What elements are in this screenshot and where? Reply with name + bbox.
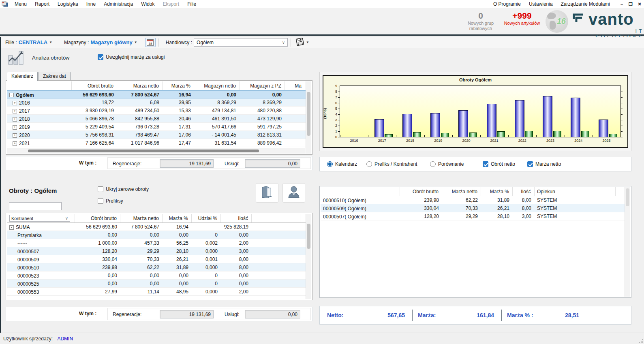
column-header[interactable]: Marża % <box>481 187 513 196</box>
menu-item-zarz-dzanie-modu-ami[interactable]: Zarządzanie Modułami <box>557 1 614 7</box>
combo-chevron-icon[interactable]: ∨ <box>282 40 285 45</box>
expand-icon[interactable]: + <box>13 133 17 138</box>
radio-prefiks-kontrahent[interactable]: Prefiks / Kontrahent <box>366 161 417 167</box>
table-row[interactable]: +20173 930 029,19489 734,5015,33479 134,… <box>7 107 311 115</box>
menu-item-o-programie[interactable]: O Programie <box>489 1 525 7</box>
services-margin-checkbox[interactable]: Uwzględnij marżę za usługi <box>98 54 165 60</box>
column-header[interactable] <box>583 187 616 196</box>
column-header[interactable]: Marża netto <box>117 81 163 90</box>
resize-grip[interactable] <box>639 339 643 343</box>
column-header[interactable]: Ilość <box>513 187 535 196</box>
collapse-icon[interactable]: - <box>9 225 14 230</box>
obrot-netto-checkbox[interactable]: Obrót netto <box>483 161 515 167</box>
column-header[interactable]: Marża netto <box>120 214 163 222</box>
menu-item-eksport[interactable]: Eksport <box>159 1 184 7</box>
column-header[interactable]: Marża netto <box>442 187 481 196</box>
admin-link[interactable]: ADMIN <box>57 336 73 342</box>
table-row[interactable]: +20217 166 625,641 017 846,9617,4731 631… <box>7 139 311 147</box>
expand-icon[interactable]: + <box>13 125 17 130</box>
menu-item-ustawienia[interactable]: Ustawienia <box>525 1 557 7</box>
new-articles-stat[interactable]: +999 Nowych artykułów <box>502 11 542 26</box>
table-row[interactable]: +201618,726,0839,958 369,298 369,29 <box>7 98 311 107</box>
collapse-icon[interactable]: - <box>9 93 14 97</box>
row-label-cell: ------ <box>7 239 75 247</box>
column-header[interactable]: Udział % <box>192 214 221 222</box>
calendar-table-vscrollbar[interactable] <box>306 81 311 154</box>
table-row[interactable]: +20205 756 698,31798 469,4717,06- 14 001… <box>7 131 311 139</box>
column-header[interactable]: Ma <box>285 81 305 90</box>
menu-item-raport[interactable]: Raport <box>31 1 53 7</box>
table-cell: 0,00 <box>163 231 192 239</box>
table-row[interactable]: -Ogółem56 629 693,607 800 524,6716,940,0… <box>7 90 311 98</box>
folder-button[interactable] <box>256 183 278 203</box>
menu-item-menu[interactable]: Menu <box>11 1 31 7</box>
table-row[interactable]: +20185 066 896,78842 955,8820,46461 391,… <box>7 115 311 123</box>
tab-kalendarz[interactable]: Kalendarz <box>7 72 38 81</box>
table-row[interactable]: 00000510239,9862,2231,890,0008,00 <box>7 263 311 271</box>
column-header[interactable] <box>7 81 72 90</box>
radio-kalendarz[interactable]: Kalendarz <box>327 161 357 167</box>
save-button[interactable]: ▼ <box>294 37 312 47</box>
table-row[interactable]: 00000509330,0470,3326,210,0018,00 <box>7 255 311 263</box>
magazyny-caret-icon[interactable]: ▼ <box>134 41 137 44</box>
regeneracje-input[interactable]: 19 131,69 <box>160 159 214 168</box>
window-minimize-button[interactable]: – <box>617 0 626 8</box>
calendar-table-hscrollbar[interactable] <box>7 148 305 154</box>
column-header[interactable]: Kontrahent∨ <box>7 214 75 222</box>
column-header[interactable] <box>321 187 400 196</box>
table-cell: 31,89 <box>163 263 192 271</box>
tab-zakres-dat[interactable]: Zakres dat <box>39 72 71 81</box>
window-restore-button[interactable]: ❐ <box>626 0 635 8</box>
table-cell: 0 <box>192 271 221 279</box>
table-row[interactable]: Przymiarka0,000,000,0000,00 <box>7 231 311 239</box>
menu-item-filie[interactable]: Filie <box>183 1 200 7</box>
filie-dropdown[interactable]: CENTRALA <box>19 39 48 45</box>
regeneracje-input-bottom[interactable]: 19 131,69 <box>160 310 214 318</box>
table-row[interactable]: 0000055327,9911,1448,950,0002,00 <box>7 288 311 296</box>
radio-porownanie[interactable]: Porównanie <box>430 161 464 167</box>
table-row[interactable]: -SUMA56 629 693,607 800 524,6716,94925 8… <box>7 223 311 231</box>
table-row[interactable]: 000005230,000,000,0000,00 <box>7 271 311 280</box>
table-row[interactable]: 00000507128,2029,2928,100,0003,00 <box>7 247 311 255</box>
expand-icon[interactable]: + <box>13 117 17 122</box>
table-row[interactable]: ------1 000,00457,3356,250,0022,00 <box>7 239 311 247</box>
obroty-filter-input[interactable] <box>9 202 62 210</box>
column-header[interactable]: Obrót brutto <box>75 214 120 222</box>
column-header[interactable] <box>252 214 300 222</box>
calendar-button[interactable]: 18 <box>145 38 156 47</box>
save-caret-icon[interactable]: ▼ <box>306 41 309 44</box>
filie-caret-icon[interactable]: ▼ <box>49 41 52 44</box>
detail-table-vscrollbar[interactable] <box>625 187 630 297</box>
window-close-button[interactable]: ✕ <box>635 0 644 8</box>
handlowcy-combobox[interactable]: Ogółem ∨ <box>194 38 288 47</box>
menu-item-widok[interactable]: Widok <box>137 1 158 7</box>
table-row[interactable]: 00000507( Ogółem)128,2029,2928,103,00SYS… <box>321 212 630 220</box>
table-row[interactable]: 000005250,000,000,0000,00 <box>7 280 311 288</box>
column-header[interactable]: Marża % <box>163 214 192 222</box>
column-header[interactable]: Marża % <box>163 81 194 90</box>
table-row[interactable]: 00000510( Ogółem)239,9862,2231,898,00SYS… <box>321 196 630 204</box>
column-header[interactable]: Ilość <box>221 214 252 222</box>
contractor-button[interactable] <box>282 183 305 203</box>
menu-item-logistyka[interactable]: Logistyka <box>53 1 82 7</box>
magazyny-dropdown[interactable]: Magazyn główny <box>90 39 132 45</box>
expand-icon[interactable]: + <box>13 141 17 146</box>
kontrahent-table-vscrollbar[interactable] <box>306 214 311 299</box>
marza-netto-checkbox[interactable]: Marża netto <box>527 161 561 167</box>
column-header[interactable]: Magazyn z PZ <box>240 81 285 90</box>
menu-item-inne[interactable]: Inne <box>82 1 100 7</box>
menu-item-administracja[interactable]: Administracja <box>100 1 137 7</box>
expand-icon[interactable]: + <box>13 101 17 105</box>
column-header[interactable]: Obrót brutto <box>400 187 442 196</box>
uslugi-input[interactable]: 0,00 <box>245 159 300 168</box>
column-header[interactable]: Obrót brutto <box>72 81 117 90</box>
table-row[interactable]: +20195 229 409,54736 073,2817,31570 417,… <box>7 123 311 131</box>
column-header[interactable]: Opiekun <box>535 187 583 196</box>
column-header[interactable]: Magazyn netto <box>194 81 240 90</box>
hide-zero-checkbox[interactable]: Ukryj zerowe obroty <box>98 186 149 192</box>
table-row[interactable]: 00000509( Ogółem)330,0470,3326,218,00SYS… <box>321 204 630 212</box>
kontrahent-combobox[interactable]: Kontrahent∨ <box>9 215 70 222</box>
uslugi-input-bottom[interactable]: 0,00 <box>245 310 300 318</box>
expand-icon[interactable]: + <box>13 109 17 113</box>
prefixes-checkbox[interactable]: Prefiksy <box>98 198 123 204</box>
